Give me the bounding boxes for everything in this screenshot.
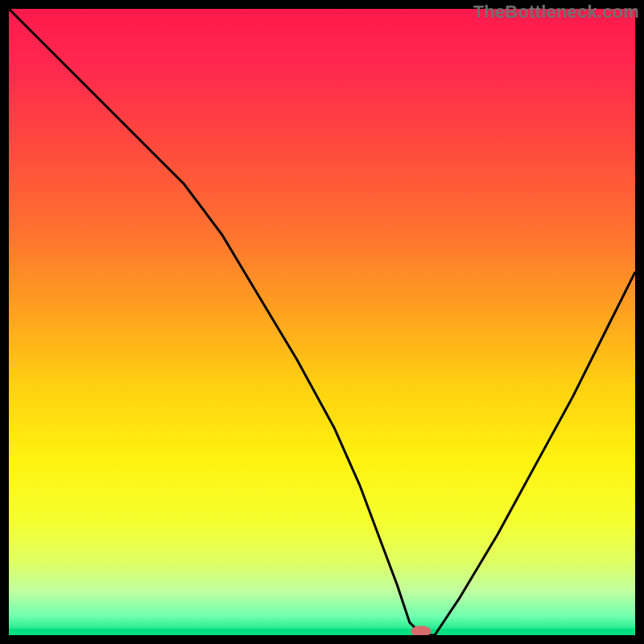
watermark-text: TheBottleneck.com [473,2,639,23]
bottleneck-chart [0,0,644,644]
baseline-strip [9,629,635,635]
chart-stage: TheBottleneck.com [0,0,644,644]
